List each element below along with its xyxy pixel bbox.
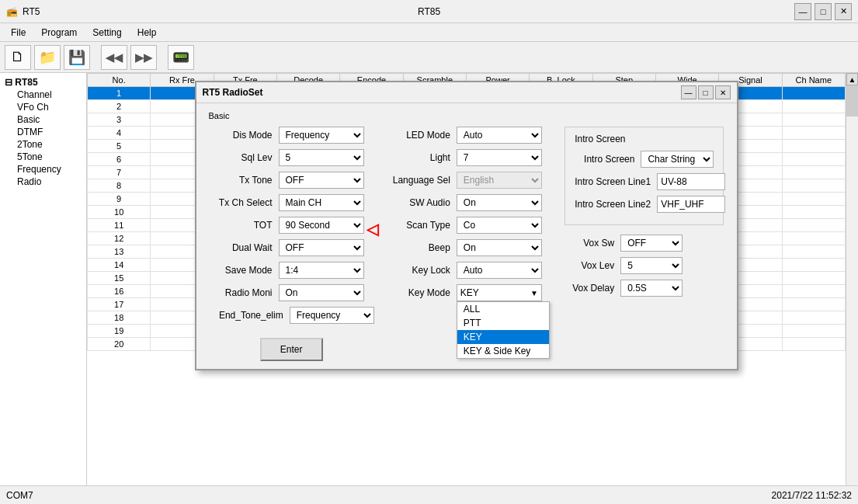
sw-audio-row: SW Audio On [387, 194, 552, 211]
key-mode-option-key-side[interactable]: KEY & Side Key [457, 344, 549, 358]
toolbar: 🗋 📁 💾 ◀◀ ▶▶ 📟 [0, 42, 858, 73]
language-select[interactable]: English [457, 172, 542, 189]
sidebar-item-vfo-ch[interactable]: VFo Ch [2, 101, 85, 113]
intro-line1-input[interactable] [657, 173, 725, 190]
maximize-btn[interactable]: □ [815, 3, 832, 20]
vox-delay-select[interactable]: 0.5S [620, 280, 683, 297]
middle-col: ◁ LED Mode Auto Light 7 [374, 127, 552, 361]
forward-btn[interactable]: ▶▶ [130, 45, 157, 70]
dialog-title-bar: RT5 RadioSet — □ ✕ [196, 82, 737, 103]
content-area: No. Rx Fre Tx Fre Decode Encode Scramble… [87, 73, 846, 504]
sidebar-item-radio[interactable]: Radio [2, 176, 85, 188]
sql-lev-select[interactable]: 5 [279, 149, 364, 166]
sw-audio-select[interactable]: On [457, 194, 542, 211]
save-mode-label: Save Mode [209, 265, 279, 276]
intro-screen-label: Intro Screen [575, 154, 641, 165]
tx-ch-select-row: Tx Ch Select Main CH [209, 194, 374, 211]
menu-file[interactable]: File [3, 26, 33, 40]
radio-moni-row: Radio Moni On [209, 284, 374, 301]
sidebar: ⊟ RT85 Channel VFo Ch Basic DTMF 2Tone 5… [0, 73, 87, 504]
led-mode-label: LED Mode [387, 130, 457, 141]
tot-select[interactable]: 90 Second [279, 217, 364, 234]
vox-sw-row: Vox Sw OFF ON [564, 235, 724, 252]
minimize-btn[interactable]: — [794, 3, 811, 20]
window-title: RT85 [418, 6, 440, 17]
save-mode-select[interactable]: 1:4 [279, 262, 364, 279]
tx-tone-select[interactable]: OFF [279, 172, 364, 189]
sidebar-item-frequency[interactable]: Frequency [2, 163, 85, 176]
vertical-scrollbar[interactable]: ▲ ▼ [846, 73, 858, 504]
tot-label: TOT [209, 220, 279, 231]
menu-setting[interactable]: Setting [85, 26, 129, 40]
dialog-title-text: RT5 RadioSet [203, 87, 263, 98]
key-lock-select[interactable]: Auto [457, 262, 542, 279]
vox-sw-label: Vox Sw [564, 238, 620, 249]
led-mode-select[interactable]: Auto [457, 127, 542, 144]
intro-screen-select[interactable]: Char String Off Bitmap [641, 151, 714, 168]
back-btn[interactable]: ◀◀ [101, 45, 127, 70]
dialog-overlay: RT5 RadioSet — □ ✕ Basic [87, 73, 846, 504]
dialog-content: Basic Dis Mode Frequency Channel [196, 103, 737, 369]
vox-sw-select[interactable]: OFF ON [620, 235, 683, 252]
radio-connect-btn[interactable]: 📟 [168, 45, 194, 70]
sidebar-item-2tone[interactable]: 2Tone [2, 138, 85, 151]
scroll-up-btn[interactable]: ▲ [846, 73, 858, 85]
sidebar-item-basic[interactable]: Basic [2, 113, 85, 126]
sidebar-item-5tone[interactable]: 5Tone [2, 151, 85, 163]
tx-ch-select[interactable]: Main CH [279, 194, 364, 211]
light-label: Light [387, 152, 457, 163]
title-bar-left: 📻 RT5 [6, 6, 40, 17]
radio-moni-select[interactable]: On [279, 284, 364, 301]
beep-select[interactable]: On [457, 239, 542, 256]
scan-type-row: Scan Type Co [387, 217, 552, 234]
intro-line2-row: Intro Screen Line2 [575, 196, 714, 213]
red-arrow-indicator: ◁ [366, 220, 378, 238]
menu-help[interactable]: Help [130, 26, 165, 40]
sql-lev-row: Sql Lev 5 [209, 149, 374, 166]
key-mode-select[interactable]: KEY ▼ [457, 284, 542, 301]
sidebar-item-channel[interactable]: Channel [2, 89, 85, 101]
open-btn[interactable]: 📁 [34, 45, 61, 70]
vox-delay-row: Vox Delay 0.5S [564, 280, 724, 297]
led-mode-row: LED Mode Auto [387, 127, 552, 144]
key-mode-label: Key Mode [387, 287, 457, 298]
save-btn[interactable]: 💾 [64, 45, 90, 70]
dialog-maximize-btn[interactable]: □ [698, 85, 714, 99]
key-mode-option-ptt[interactable]: PTT [457, 316, 549, 330]
vscroll-track[interactable] [846, 85, 858, 492]
close-btn[interactable]: ✕ [835, 3, 852, 20]
key-lock-label: Key Lock [387, 265, 457, 276]
dual-wait-row: Dual Wait OFF [209, 239, 374, 256]
sidebar-item-dtmf[interactable]: DTMF [2, 126, 85, 138]
key-mode-option-all[interactable]: ALL [457, 302, 549, 316]
intro-line2-input[interactable] [657, 196, 725, 213]
sidebar-item-rt85[interactable]: ⊟ RT85 [2, 76, 85, 89]
intro-line1-label: Intro Screen Line1 [575, 176, 657, 187]
tx-tone-label: Tx Tone [209, 175, 279, 186]
intro-line2-label: Intro Screen Line2 [575, 199, 657, 210]
beep-row: Beep On [387, 239, 552, 256]
vox-group: Vox Sw OFF ON Vox Lev 5 [564, 235, 724, 297]
dialog-minimize-btn[interactable]: — [681, 85, 696, 99]
left-col: Dis Mode Frequency Channel Sql Lev 5 [209, 127, 374, 361]
dis-mode-select[interactable]: Frequency Channel [279, 127, 364, 144]
vox-delay-label: Vox Delay [564, 283, 620, 294]
vscroll-thumb[interactable] [846, 85, 858, 116]
key-lock-row: Key Lock Auto [387, 262, 552, 279]
tx-ch-label: Tx Ch Select [209, 197, 279, 208]
save-mode-row: Save Mode 1:4 [209, 262, 374, 279]
radioset-dialog: RT5 RadioSet — □ ✕ Basic [195, 81, 738, 370]
app-name: RT5 [23, 6, 40, 17]
sql-lev-label: Sql Lev [209, 152, 279, 163]
end-tone-select[interactable]: Frequency [290, 307, 374, 324]
menu-program[interactable]: Program [33, 26, 85, 40]
intro-line1-row: Intro Screen Line1 [575, 173, 714, 190]
light-select[interactable]: 7 [457, 149, 542, 166]
dual-wait-select[interactable]: OFF [279, 239, 364, 256]
key-mode-option-key[interactable]: KEY [457, 330, 549, 344]
new-btn[interactable]: 🗋 [5, 45, 31, 70]
vox-lev-select[interactable]: 5 [620, 257, 683, 274]
scan-type-select[interactable]: Co [457, 217, 542, 234]
dialog-close-btn[interactable]: ✕ [715, 85, 731, 99]
enter-btn[interactable]: Enter [260, 338, 323, 361]
